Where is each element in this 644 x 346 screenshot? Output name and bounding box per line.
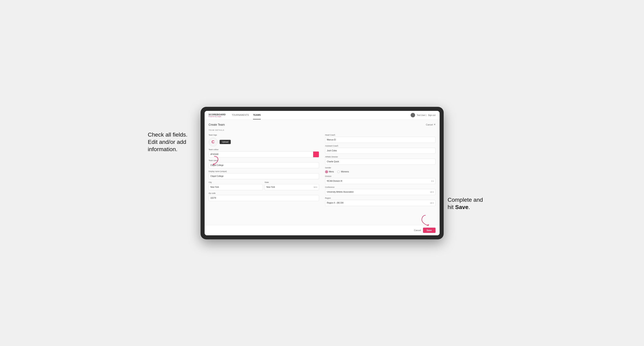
- team-name-input[interactable]: [209, 162, 319, 168]
- team-colour-field: Team colour: [209, 149, 319, 158]
- city-state-row: City State New York ✕: [209, 181, 319, 190]
- gender-mens-radio[interactable]: [325, 170, 328, 173]
- nav-links: TOURNAMENTS TEAMS: [232, 111, 411, 119]
- gender-label: Gender: [325, 167, 436, 169]
- logo-area: C Upload: [209, 138, 319, 147]
- region-label: Region: [325, 197, 436, 199]
- conference-label: Conference: [325, 186, 436, 188]
- conference-clear-icon[interactable]: ✕: [430, 191, 432, 193]
- display-name-field: Display name (unique): [209, 170, 319, 179]
- color-input[interactable]: [209, 151, 313, 158]
- logo-letter: C: [212, 140, 214, 144]
- annotation-left-line3: information.: [148, 146, 178, 152]
- conference-select[interactable]: University Athletic Association: [325, 189, 436, 195]
- upload-button[interactable]: Upload: [220, 140, 231, 144]
- annotation-right-bold: Save: [455, 204, 468, 210]
- tablet-screen: SCOREBOARD Powered by clippd TOURNAMENTS…: [204, 111, 440, 235]
- athletic-director-input[interactable]: [325, 159, 436, 165]
- annotation-left-line1: Check all fields.: [148, 132, 188, 138]
- region-clear-icon[interactable]: ✕: [430, 202, 432, 204]
- nav-brand: SCOREBOARD Powered by clippd: [209, 113, 226, 117]
- header-cancel-label: Cancel: [426, 123, 433, 126]
- close-icon: ✕: [434, 123, 436, 126]
- page-header: Create Team Cancel ✕: [209, 123, 436, 126]
- nav-user: Test User | Sign out: [411, 113, 435, 117]
- annotation-left: Check all fields. Edit and/or add inform…: [148, 131, 196, 153]
- zip-input[interactable]: [209, 195, 319, 201]
- division-field: Division NCAA Division III ⬆⬇: [325, 175, 436, 184]
- zip-label: Zip code: [209, 192, 319, 194]
- nav-teams[interactable]: TEAMS: [253, 111, 261, 119]
- form-grid: Team logo C Upload Team colour: [209, 134, 436, 206]
- state-select[interactable]: New York: [264, 184, 319, 190]
- color-swatch[interactable]: [313, 151, 319, 158]
- division-select[interactable]: NCAA Division III: [325, 178, 436, 184]
- region-field: Region Region II - (M) DIII ✕ ⬆⬇: [325, 197, 436, 206]
- signout-link[interactable]: Sign out: [428, 114, 436, 116]
- arrow-right-annotation: [421, 214, 438, 227]
- assistant-coach-input[interactable]: [325, 148, 436, 154]
- svg-marker-0: [213, 164, 215, 165]
- gender-womens-radio[interactable]: [337, 170, 340, 173]
- annotation-right-line1: Complete and: [448, 197, 483, 203]
- conference-field: Conference University Athletic Associati…: [325, 186, 436, 195]
- athletic-director-field: Athletic Director: [325, 156, 436, 165]
- state-field: State New York ✕ ⬆⬇: [264, 181, 319, 190]
- annotation-right: Complete and hit Save.: [448, 196, 500, 211]
- region-select-wrapper: Region II - (M) DIII ✕ ⬆⬇: [325, 200, 436, 206]
- form-right: Head Coach Assistant Coach Athletic Dire…: [325, 134, 436, 206]
- gender-womens-label: Womens: [341, 171, 349, 173]
- header-cancel-button[interactable]: Cancel ✕: [426, 123, 435, 126]
- brand-sub: Powered by clippd: [209, 116, 226, 117]
- state-clear-icon[interactable]: ✕: [314, 186, 315, 188]
- gender-field: Gender Mens Womens: [325, 167, 436, 173]
- navbar: SCOREBOARD Powered by clippd TOURNAMENTS…: [204, 111, 440, 120]
- team-logo-label: Team logo: [209, 134, 319, 136]
- region-select[interactable]: Region II - (M) DIII: [325, 200, 436, 206]
- head-coach-field: Head Coach: [325, 134, 436, 143]
- gender-womens-option[interactable]: Womens: [337, 170, 349, 173]
- gender-mens-label: Mens: [329, 171, 334, 173]
- main-content: Create Team Cancel ✕ TEAM DETAILS Team l…: [204, 120, 440, 225]
- city-label: City: [209, 181, 263, 183]
- annotation-right-line2: hit: [448, 204, 455, 210]
- state-select-wrapper: New York ✕ ⬆⬇: [264, 184, 319, 190]
- division-label: Division: [325, 175, 436, 177]
- user-label: Test User |: [417, 114, 426, 116]
- zip-field: Zip code: [209, 192, 319, 201]
- gender-mens-option[interactable]: Mens: [325, 170, 334, 173]
- athletic-director-label: Athletic Director: [325, 156, 436, 158]
- city-state-field: City State New York ✕: [209, 181, 319, 190]
- tablet-frame: SCOREBOARD Powered by clippd TOURNAMENTS…: [200, 107, 444, 239]
- annotation-right-end: .: [468, 204, 470, 210]
- annotation-left-line2: Edit and/or add: [148, 139, 186, 145]
- city-input[interactable]: [209, 184, 263, 190]
- team-name-field: Team name: [209, 160, 319, 168]
- conference-select-wrapper: University Athletic Association ✕ ⬆⬇: [325, 189, 436, 195]
- nav-tournaments[interactable]: TOURNAMENTS: [232, 111, 249, 119]
- team-colour-label: Team colour: [209, 149, 319, 151]
- city-field: City: [209, 181, 263, 190]
- logo-circle: C: [209, 138, 218, 147]
- division-select-wrapper: NCAA Division III ⬆⬇: [325, 178, 436, 184]
- display-name-input[interactable]: [209, 173, 319, 179]
- form-footer: Cancel Save: [204, 225, 440, 235]
- brand-title: SCOREBOARD: [209, 113, 226, 116]
- team-name-label: Team name: [209, 160, 319, 162]
- save-button[interactable]: Save: [423, 228, 436, 233]
- section-label: TEAM DETAILS: [209, 129, 436, 131]
- color-field-wrapper: [209, 151, 319, 158]
- team-logo-field: Team logo C Upload: [209, 134, 319, 147]
- assistant-coach-label: Assistant Coach: [325, 145, 436, 147]
- assistant-coach-field: Assistant Coach: [325, 145, 436, 154]
- page-title: Create Team: [209, 123, 225, 126]
- user-avatar: [411, 113, 415, 117]
- head-coach-label: Head Coach: [325, 134, 436, 136]
- head-coach-input[interactable]: [325, 137, 436, 143]
- display-name-label: Display name (unique): [209, 170, 319, 173]
- state-label: State: [264, 181, 319, 183]
- form-left: Team logo C Upload Team colour: [209, 134, 319, 206]
- gender-radio-group: Mens Womens: [325, 170, 436, 173]
- footer-cancel-button[interactable]: Cancel: [414, 229, 421, 231]
- arrow-left-annotation: [202, 155, 218, 166]
